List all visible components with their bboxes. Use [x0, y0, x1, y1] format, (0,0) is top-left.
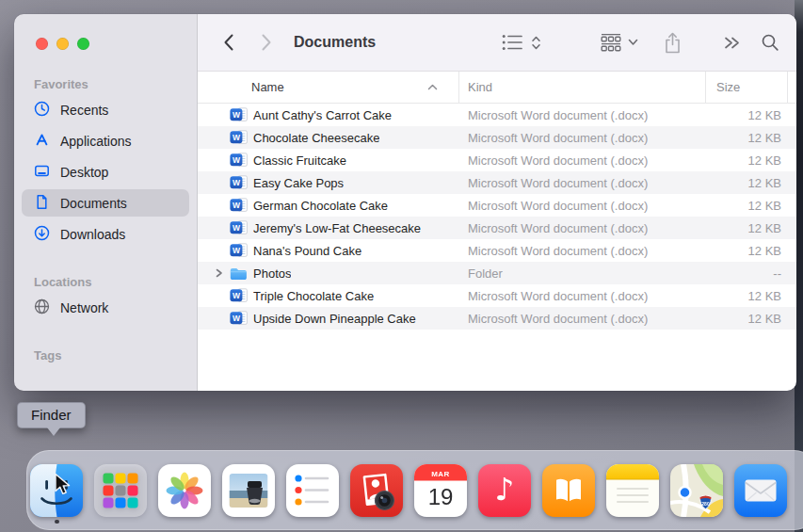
dock-icon-launchpad[interactable] — [94, 464, 147, 517]
word-doc-icon — [230, 198, 248, 213]
folder-icon — [230, 266, 248, 281]
search-icon[interactable] — [761, 33, 779, 52]
word-doc-icon — [230, 175, 248, 190]
sidebar-section-favorites: Favorites — [34, 77, 197, 91]
sidebar: Favorites Recents Applications Desktop D… — [14, 14, 198, 391]
dock: MAR 19 ♪ — [26, 450, 803, 530]
sidebar-item-applications[interactable]: Applications — [22, 127, 189, 154]
dock-tooltip: Finder — [17, 402, 86, 428]
group-grid-icon[interactable] — [600, 33, 622, 52]
sidebar-section-locations: Locations — [34, 275, 197, 289]
sidebar-item-network[interactable]: Network — [22, 294, 189, 321]
desktop-window-icon — [33, 162, 51, 183]
dock-icon-books[interactable] — [542, 464, 595, 517]
dock-icon-notes[interactable] — [606, 464, 659, 517]
calendar-month: MAR — [431, 469, 450, 477]
share-icon[interactable] — [663, 31, 683, 55]
dock-icon-maps[interactable]: 280 — [670, 464, 723, 517]
finder-main: Documents Name Kind Size Aunt Cathy's Ca… — [198, 14, 796, 391]
forward-button[interactable] — [261, 33, 273, 52]
word-doc-icon — [230, 220, 248, 235]
window-controls — [14, 14, 197, 50]
toolbar: Documents — [198, 14, 796, 72]
minimize-button[interactable] — [56, 38, 69, 50]
zoom-button[interactable] — [77, 38, 89, 50]
word-doc-icon — [230, 130, 248, 145]
calendar-day: 19 — [428, 484, 454, 509]
word-doc-icon — [230, 243, 248, 258]
clock-icon — [33, 100, 51, 121]
word-doc-icon — [230, 311, 248, 326]
table-row[interactable]: Easy Cake Pops Microsoft Word document (… — [198, 171, 796, 194]
interstate-shield-label: 280 — [701, 500, 710, 506]
dock-icon-photo-booth[interactable] — [350, 464, 403, 517]
window-title: Documents — [294, 34, 376, 51]
download-circle-icon — [33, 224, 51, 245]
sidebar-item-label: Recents — [60, 103, 108, 118]
column-header-kind[interactable]: Kind — [459, 72, 706, 103]
dock-icon-photos[interactable] — [158, 464, 211, 517]
column-header-name[interactable]: Name — [198, 72, 459, 103]
list-view-icon[interactable] — [502, 34, 523, 51]
dock-icon-reminders[interactable] — [286, 464, 339, 517]
dock-icon-music[interactable]: ♪ — [478, 464, 531, 517]
dock-icon-mail[interactable] — [734, 464, 787, 517]
app-store-a-icon — [33, 131, 51, 152]
document-page-icon — [33, 193, 51, 214]
sidebar-item-desktop[interactable]: Desktop — [22, 158, 189, 185]
sidebar-section-tags: Tags — [34, 348, 197, 363]
sidebar-item-recents[interactable]: Recents — [22, 96, 189, 123]
table-row[interactable]: Upside Down Pineapple Cake Microsoft Wor… — [198, 307, 796, 330]
word-doc-icon — [230, 107, 248, 122]
word-doc-icon — [230, 288, 248, 303]
table-row[interactable]: German Chocolate Cake Microsoft Word doc… — [198, 194, 796, 217]
sidebar-item-label: Documents — [60, 196, 127, 211]
table-row[interactable]: Chocolate Cheesecake Microsoft Word docu… — [198, 126, 796, 149]
music-note-icon: ♪ — [478, 464, 531, 517]
sidebar-item-documents[interactable]: Documents — [22, 189, 189, 217]
back-button[interactable] — [222, 33, 234, 52]
sidebar-item-downloads[interactable]: Downloads — [22, 220, 189, 248]
table-row[interactable]: Nana's Pound Cake Microsoft Word documen… — [198, 239, 796, 262]
sidebar-item-label: Downloads — [60, 227, 125, 242]
table-row[interactable]: Aunt Cathy's Carrot Cake Microsoft Word … — [198, 104, 796, 126]
dock-icon-preview[interactable] — [222, 464, 275, 517]
sidebar-item-label: Network — [60, 300, 108, 315]
finder-running-indicator — [55, 520, 59, 524]
word-doc-icon — [230, 153, 248, 168]
sidebar-item-label: Applications — [60, 134, 132, 149]
table-row[interactable]: Classic Fruitcake Microsoft Word documen… — [198, 149, 796, 171]
sort-updown-icon[interactable] — [531, 35, 541, 51]
more-toolbar-icon[interactable] — [724, 36, 740, 50]
chevron-down-icon[interactable] — [628, 39, 638, 46]
globe-icon — [33, 298, 51, 318]
table-row[interactable]: Triple Chocolate Cake Microsoft Word doc… — [198, 284, 796, 307]
list-column-headers: Name Kind Size — [198, 72, 796, 104]
mouse-cursor-icon — [54, 473, 74, 501]
table-row[interactable]: Photos Folder -- — [198, 262, 796, 284]
file-list: Aunt Cathy's Carrot Cake Microsoft Word … — [198, 104, 796, 330]
dock-icon-calendar[interactable]: MAR 19 — [414, 464, 467, 517]
sidebar-item-label: Desktop — [60, 165, 108, 180]
close-button[interactable] — [36, 38, 48, 50]
column-header-size[interactable]: Size — [706, 72, 788, 103]
disclosure-chevron-icon[interactable] — [216, 268, 230, 278]
finder-window: Favorites Recents Applications Desktop D… — [14, 14, 796, 391]
table-row[interactable]: Jeremy's Low-Fat Cheesecake Microsoft Wo… — [198, 217, 796, 239]
sort-ascending-icon — [427, 84, 438, 90]
